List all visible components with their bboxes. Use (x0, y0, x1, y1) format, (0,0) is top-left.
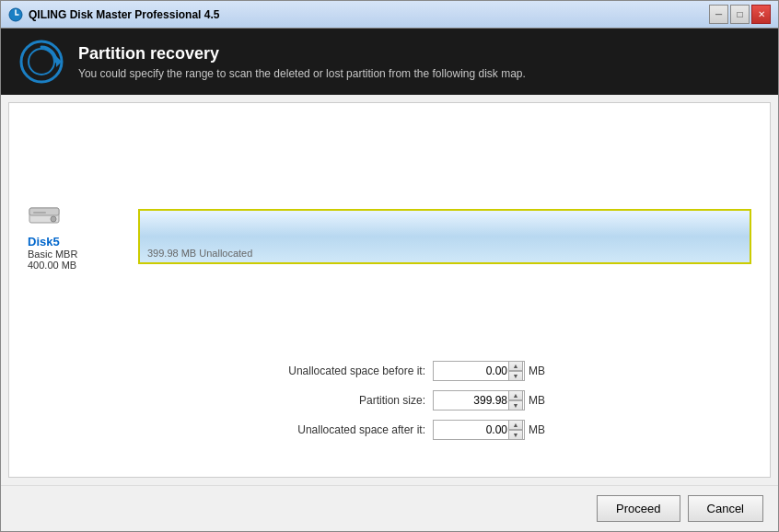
disk-type: Basic MBR (28, 249, 129, 260)
cancel-button[interactable]: Cancel (688, 495, 763, 522)
spinner-up-size[interactable]: ▲ (508, 390, 523, 400)
unit-size: MB (529, 394, 556, 407)
form-row-after: Unallocated space after it: ▲ ▼ MB (28, 420, 751, 440)
label-before: Unallocated space before it: (223, 364, 425, 377)
form-section: Unallocated space before it: ▲ ▼ MB Part… (28, 352, 751, 458)
page-subtitle: You could specify the range to scan the … (78, 67, 526, 80)
spinner-down-before[interactable]: ▼ (508, 371, 523, 381)
svg-point-6 (51, 216, 56, 222)
disk-size: 400.00 MB (28, 260, 129, 271)
partition-recovery-icon (19, 40, 64, 84)
maximize-button[interactable]: □ (730, 5, 750, 24)
spinner-after: ▲ ▼ (433, 420, 523, 440)
spinner-buttons-after: ▲ ▼ (508, 420, 523, 440)
svg-rect-7 (33, 212, 46, 214)
page-header: Partition recovery You could specify the… (1, 29, 778, 95)
page-title: Partition recovery (78, 44, 526, 64)
disk-drive-icon (28, 202, 61, 228)
svg-point-2 (29, 49, 54, 75)
form-row-size: Partition size: ▲ ▼ MB (28, 390, 751, 411)
label-size: Partition size: (223, 394, 425, 407)
main-content: Disk5 Basic MBR 400.00 MB 399.98 MB Unal… (8, 102, 771, 478)
disk-bar[interactable]: 399.98 MB Unallocated (138, 209, 751, 264)
disk-label: Disk5 Basic MBR 400.00 MB (28, 202, 138, 271)
form-row-before: Unallocated space before it: ▲ ▼ MB (28, 361, 751, 381)
spinner-before: ▲ ▼ (433, 361, 523, 381)
disk-name: Disk5 (28, 235, 129, 249)
unit-after: MB (529, 423, 556, 436)
spinner-up-after[interactable]: ▲ (508, 420, 523, 430)
label-after: Unallocated space after it: (223, 423, 425, 436)
disk-bar-label: 399.98 MB Unallocated (147, 248, 252, 259)
spinner-buttons-size: ▲ ▼ (508, 390, 523, 411)
disk-map-area: Disk5 Basic MBR 400.00 MB 399.98 MB Unal… (28, 121, 751, 352)
disk-item: Disk5 Basic MBR 400.00 MB 399.98 MB Unal… (28, 202, 751, 271)
footer: Proceed Cancel (1, 485, 778, 531)
spinner-buttons-before: ▲ ▼ (508, 361, 523, 381)
unit-before: MB (529, 364, 556, 377)
spinner-down-size[interactable]: ▼ (508, 400, 523, 411)
minimize-button[interactable]: ─ (709, 5, 728, 24)
spinner-up-before[interactable]: ▲ (508, 361, 523, 371)
proceed-button[interactable]: Proceed (597, 495, 680, 522)
spinner-down-after[interactable]: ▼ (508, 430, 523, 440)
title-bar: QILING Disk Master Professional 4.5 ─ □ … (1, 1, 778, 29)
window-title: QILING Disk Master Professional 4.5 (29, 8, 709, 21)
main-window: QILING Disk Master Professional 4.5 ─ □ … (0, 0, 779, 532)
spinner-size: ▲ ▼ (433, 390, 523, 411)
close-button[interactable]: ✕ (751, 5, 771, 24)
header-text-container: Partition recovery You could specify the… (78, 44, 526, 80)
app-icon (8, 7, 23, 22)
window-controls: ─ □ ✕ (709, 5, 771, 24)
